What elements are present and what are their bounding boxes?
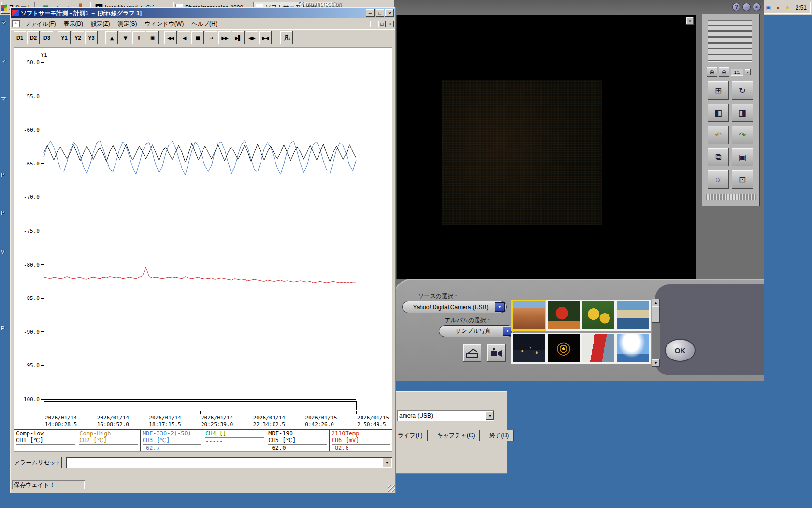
toolbar-step-back-button[interactable]: ◀ [178,31,190,44]
chevron-down-icon[interactable]: ▼ [495,302,505,312]
zoom-out-button[interactable]: ⊖ [719,67,729,77]
toolbar-button-y2[interactable]: Y2 [72,31,84,44]
child-close-button[interactable]: × [387,21,394,27]
thumbnail-harbor-town[interactable] [616,300,651,331]
thumbnail-ship-red[interactable] [581,333,616,364]
child-minimize-button[interactable]: ─ [370,21,377,27]
chevron-down-icon[interactable]: ▼ [486,411,494,420]
camcorder-icon [490,348,503,359]
zoom-option-button[interactable]: ▪ [745,69,751,75]
windows-logo-icon [1,4,7,11]
minimize-button[interactable]: ─ [742,3,751,11]
captured-image [442,80,602,225]
window-title: ソフトサーモ計測－計測1 － [折れ線グラフ 1] [21,9,364,17]
svg-text:-65.0: -65.0 [24,161,40,167]
child-restore-button[interactable]: ◱ [378,21,386,27]
toolbar-jump-start-button[interactable]: ◀◀ [164,31,177,44]
svg-text:Y1: Y1 [41,52,47,58]
legend-channel-value: ----- [16,444,75,451]
close-button[interactable]: × [385,9,394,17]
thumbnail-red-bird[interactable] [546,300,581,331]
chevron-down-icon[interactable]: ▼ [503,327,512,336]
alarm-reset-button[interactable]: アラームリセット [14,457,62,468]
resize-grip[interactable] [388,485,395,492]
menu-item-5[interactable]: ウィンドウ(W) [141,19,188,29]
toolbar-button-d2[interactable]: D2 [27,31,40,44]
thumbnail-city-night[interactable] [511,333,546,364]
toolbar-zoom-box-button[interactable]: ▣ [146,31,159,44]
svg-text:-100.0: -100.0 [20,396,40,403]
effects-button[interactable]: ☼ [708,170,729,189]
thumbnail-yellow-flowers[interactable] [581,300,616,331]
preview-close-icon[interactable]: × [686,17,694,25]
undo-button[interactable]: ↶ [708,126,729,144]
display-tray-icon[interactable]: ▣ [765,4,772,12]
tool-sidebar: ⊕⊖ 1:1 ▪ ⊞↻◧◨↶↷⧉▣☼⊡ [702,14,760,206]
flip-horizontal-button[interactable]: ◧ [708,104,729,122]
ok-button[interactable]: OK [665,339,696,362]
toolbar-stop-button[interactable]: ■ [191,31,204,44]
thumbnail-sky-clouds[interactable] [616,333,651,364]
album-select[interactable]: サンプル写真 ▼ [439,325,514,337]
legend-channel-6: 2110TempCH6 [mV]-82.6 [329,430,392,451]
maximize-button[interactable]: □ [376,9,384,17]
thumbnail-gold-spiral[interactable] [546,333,581,364]
rotate-button[interactable]: ↻ [732,81,753,100]
menu-item-4[interactable]: 測定(S) [114,19,141,29]
svg-text:22:34:02.5: 22:34:02.5 [253,421,285,428]
zoom-in-button[interactable]: ⊕ [707,67,717,77]
sidebar-ridge [706,194,756,200]
thumbnail-canyon-rocks[interactable] [511,300,546,331]
svg-text:-75.0: -75.0 [24,228,40,234]
legend-channel-value: ----- [79,444,138,451]
scroll-down-button[interactable]: ▼ [652,359,660,367]
thumbnail-scrollbar[interactable]: ▲ ▼ [652,299,660,367]
antivirus-tray-icon[interactable]: ● [774,4,782,12]
paste-button[interactable]: ▣ [732,148,753,166]
toolbar-button-y1[interactable]: Y1 [58,31,71,44]
redo-button[interactable]: ↷ [732,126,753,144]
toolbar-scroll-up-button[interactable]: ▲ [105,31,118,44]
scroll-up-button[interactable]: ▲ [652,299,660,306]
flip-vertical-button[interactable]: ◨ [732,104,753,122]
toolbar-jump-end-button[interactable]: ▶▌ [232,31,245,44]
camera-button[interactable] [487,344,506,362]
dialog-button-3[interactable]: 終了(D) [485,430,514,441]
svg-text:18:17:15.5: 18:17:15.5 [149,421,181,428]
toolbar-button-d3[interactable]: D3 [41,31,53,44]
menu-item-2[interactable]: 表示(D) [59,19,87,29]
titlebar: ソフトサーモ計測－計測1 － [折れ線グラフ 1] ─□× [11,8,395,18]
dialog-button-2[interactable]: キャプチャ(C) [433,430,480,441]
copy-button[interactable]: ⧉ [708,148,729,166]
scrollbar-thumb[interactable] [652,306,660,323]
close-button[interactable]: × [753,3,761,11]
photoimpression-window: ?─× × ⊕⊖ 1:1 ▪ ⊞↻◧◨↶↷⧉▣☼⊡ ソースの選択： Yahoo!… [394,0,764,381]
toolbar-span-decrease-button[interactable]: ◀▶ [246,31,258,44]
fit-screen-button[interactable]: ⊞ [708,81,729,100]
source-select[interactable]: Yahoo! Digital Camera (USB) ▼ [402,301,507,313]
menu-item-1[interactable]: ファイル(F) [21,19,59,29]
svg-text:2026/01/14: 2026/01/14 [253,415,286,421]
menu-item-3[interactable]: 設定(Z) [87,19,114,29]
toolbar-scroll-down-button[interactable]: ▼ [119,31,131,44]
desktop-icon-label-fragment: マ [1,19,6,26]
menu-item-6[interactable]: ヘルプ(H) [188,19,221,29]
chevron-down-icon[interactable]: ▼ [383,458,392,467]
frame-button[interactable]: ⊡ [732,170,753,189]
child-window-icon: ≈ [12,20,20,27]
minimize-button[interactable]: ─ [366,9,375,17]
alarm-combobox[interactable]: ▼ [66,457,392,468]
toolbar-button-y3[interactable]: Y3 [85,31,98,44]
camera-select[interactable]: amera (USB) ▼ [397,410,494,421]
toolbar-span-increase-button[interactable]: ▶◀ [259,31,272,44]
preview-area: × [396,15,696,279]
help-button[interactable]: ? [732,3,740,11]
toolbar-legend-toggle-button[interactable]: 凡 [280,31,293,44]
favorites-tray-icon[interactable]: ★ [784,4,792,12]
toolbar-fast-forward-button[interactable]: ▶▶ [218,31,231,44]
toolbar-run-forward-button[interactable]: → [205,31,218,44]
dialog-button-1[interactable]: ライブ(L) [393,430,428,441]
toolbar-button-d1[interactable]: D1 [14,31,26,44]
toolbar-fit-vertical-button[interactable]: ⇕ [132,31,145,44]
scanner-button[interactable] [463,344,481,362]
